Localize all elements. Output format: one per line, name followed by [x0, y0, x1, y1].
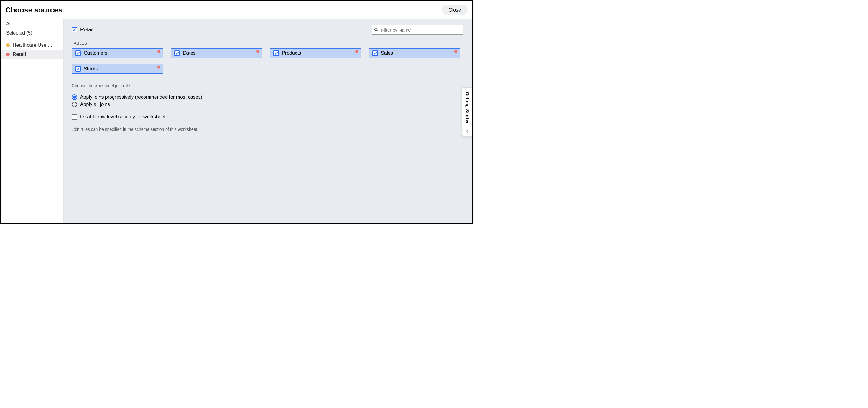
rls-checkbox-row[interactable]: Disable row level security for worksheet	[72, 114, 463, 120]
radio-apply-progressive[interactable]: Apply joins progressively (recommended f…	[72, 94, 463, 101]
checkbox-icon[interactable]	[174, 51, 180, 56]
dialog-body: All Selected (5) Healthcare Use … Retail…	[1, 20, 472, 223]
sidebar-item-label: Retail	[13, 52, 26, 57]
join-rule-group: Apply joins progressively (recommended f…	[72, 94, 463, 108]
checkbox-icon[interactable]	[75, 51, 81, 56]
status-dot-icon	[256, 50, 259, 53]
table-label: Dates	[183, 51, 195, 56]
splitter-handle[interactable]	[64, 117, 65, 126]
radio-apply-all[interactable]: Apply all joins	[72, 101, 463, 108]
dialog-header: Choose sources Close	[1, 1, 472, 20]
checkbox-icon[interactable]	[72, 114, 77, 120]
checkbox-icon[interactable]	[372, 51, 378, 56]
status-dot-icon	[6, 53, 10, 56]
sidebar-item-healthcare[interactable]: Healthcare Use …	[1, 41, 63, 50]
getting-started-tab[interactable]: Getting Started	[462, 87, 472, 136]
status-dot-icon	[157, 50, 160, 53]
checkbox-icon[interactable]	[72, 27, 77, 32]
table-label: Products	[282, 51, 301, 56]
status-dot-icon	[454, 50, 457, 53]
top-row: Retail	[72, 25, 463, 35]
checkbox-icon[interactable]	[75, 66, 81, 72]
filter-input[interactable]	[372, 25, 463, 35]
dialog-title: Choose sources	[5, 6, 62, 14]
status-dot-icon	[355, 50, 359, 53]
getting-started-label: Getting Started	[465, 92, 470, 125]
radio-icon	[72, 94, 77, 100]
status-dot-icon	[157, 66, 160, 69]
search-wrap	[372, 25, 463, 35]
checkbox-icon[interactable]	[273, 51, 279, 56]
main-panel: Retail TABLES Customers Dates Products	[64, 20, 472, 223]
rls-label: Disable row level security for worksheet	[80, 114, 165, 120]
table-chip-stores[interactable]: Stores	[72, 64, 163, 74]
join-hint: Join rules can be specified in the schem…	[72, 127, 463, 132]
radio-label: Apply all joins	[80, 102, 110, 107]
table-chip-sales[interactable]: Sales	[369, 48, 460, 58]
sidebar: All Selected (5) Healthcare Use … Retail	[1, 20, 64, 223]
table-chip-customers[interactable]: Customers	[72, 48, 163, 58]
join-rule-label: Choose the worksheet join rule:	[72, 83, 463, 88]
database-select-all[interactable]: Retail	[72, 27, 93, 33]
table-label: Stores	[84, 66, 98, 72]
status-dot-icon	[6, 43, 10, 47]
database-label: Retail	[80, 27, 93, 33]
sidebar-item-label: Selected (5)	[6, 30, 32, 36]
radio-label: Apply joins progressively (recommended f…	[80, 94, 202, 100]
sidebar-filter-all[interactable]: All	[1, 20, 63, 29]
radio-icon	[72, 102, 77, 107]
chevron-left-icon	[464, 128, 470, 134]
close-button[interactable]: Close	[442, 5, 468, 15]
table-chip-products[interactable]: Products	[270, 48, 362, 58]
sidebar-item-retail[interactable]: Retail	[1, 50, 63, 59]
svg-line-1	[377, 30, 378, 32]
sidebar-filter-selected[interactable]: Selected (5)	[1, 29, 63, 38]
svg-point-0	[375, 28, 377, 31]
search-icon	[374, 27, 379, 32]
table-label: Sales	[381, 51, 393, 56]
sidebar-item-label: All	[6, 21, 11, 27]
table-chip-dates[interactable]: Dates	[171, 48, 262, 58]
tables-grid: Customers Dates Products Sales Stores	[72, 48, 460, 74]
tables-heading: TABLES	[72, 41, 463, 45]
table-label: Customers	[84, 51, 107, 56]
sidebar-item-label: Healthcare Use …	[13, 42, 53, 48]
